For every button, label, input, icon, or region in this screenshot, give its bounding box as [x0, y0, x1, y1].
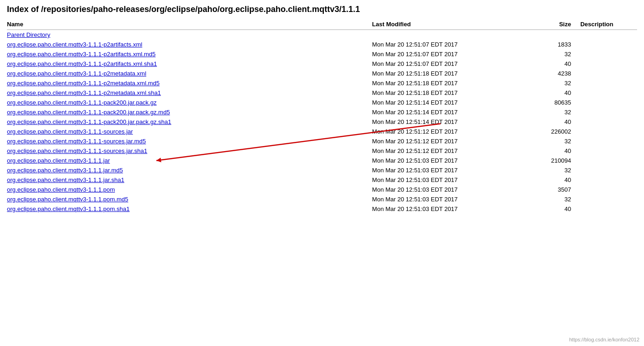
col-header-name: Name	[7, 20, 335, 30]
table-row: org.eclipse.paho.client.mqttv3-1.1.1-p2m…	[7, 69, 637, 78]
file-link[interactable]: org.eclipse.paho.client.mqttv3-1.1.1.jar…	[7, 176, 124, 183]
file-link[interactable]: org.eclipse.paho.client.mqttv3-1.1.1-p2a…	[7, 41, 142, 48]
table-row: org.eclipse.paho.client.mqttv3-1.1.1.pom…	[7, 194, 637, 204]
table-row: org.eclipse.paho.client.mqttv3-1.1.1-sou…	[7, 127, 637, 136]
file-link[interactable]: org.eclipse.paho.client.mqttv3-1.1.1-p2m…	[7, 89, 161, 96]
table-row: org.eclipse.paho.client.mqttv3-1.1.1.jar…	[7, 175, 637, 185]
table-row: org.eclipse.paho.client.mqttv3-1.1.1-sou…	[7, 146, 637, 156]
table-row: org.eclipse.paho.client.mqttv3-1.1.1-p2a…	[7, 40, 637, 49]
table-row: org.eclipse.paho.client.mqttv3-1.1.1-pac…	[7, 107, 637, 117]
file-link[interactable]: org.eclipse.paho.client.mqttv3-1.1.1.pom…	[7, 196, 128, 203]
table-row: org.eclipse.paho.client.mqttv3-1.1.1-pac…	[7, 98, 637, 107]
table-row: org.eclipse.paho.client.mqttv3-1.1.1-p2a…	[7, 59, 637, 69]
file-link[interactable]: org.eclipse.paho.client.mqttv3-1.1.1-pac…	[7, 99, 156, 106]
table-row: org.eclipse.paho.client.mqttv3-1.1.1-p2a…	[7, 49, 637, 59]
file-link[interactable]: org.eclipse.paho.client.mqttv3-1.1.1-sou…	[7, 147, 147, 154]
col-header-modified: Last Modified	[335, 20, 531, 30]
parent-directory-link[interactable]: Parent Directory	[7, 31, 50, 38]
table-row: org.eclipse.paho.client.mqttv3-1.1.1-sou…	[7, 136, 637, 146]
file-link[interactable]: org.eclipse.paho.client.mqttv3-1.1.1-p2a…	[7, 51, 155, 58]
file-link[interactable]: org.eclipse.paho.client.mqttv3-1.1.1-sou…	[7, 128, 133, 135]
table-row: org.eclipse.paho.client.mqttv3-1.1.1-pac…	[7, 117, 637, 127]
file-link[interactable]: org.eclipse.paho.client.mqttv3-1.1.1-p2a…	[7, 60, 157, 67]
table-row: org.eclipse.paho.client.mqttv3-1.1.1.jar…	[7, 156, 637, 165]
file-link[interactable]: org.eclipse.paho.client.mqttv3-1.1.1-p2m…	[7, 80, 160, 87]
table-row: org.eclipse.paho.client.mqttv3-1.1.1-p2m…	[7, 78, 637, 88]
page-title: Index of /repositories/paho-releases/org…	[7, 5, 637, 14]
file-link[interactable]: org.eclipse.paho.client.mqttv3-1.1.1.pom	[7, 186, 115, 193]
col-header-size: Size	[531, 20, 580, 30]
table-header-row: Name Last Modified Size Description	[7, 20, 637, 30]
table-row: org.eclipse.paho.client.mqttv3-1.1.1.jar…	[7, 165, 637, 175]
file-link[interactable]: org.eclipse.paho.client.mqttv3-1.1.1-pac…	[7, 109, 170, 116]
parent-directory-row: Parent Directory	[7, 30, 637, 40]
page-wrapper: Index of /repositories/paho-releases/org…	[7, 5, 637, 214]
table-row: org.eclipse.paho.client.mqttv3-1.1.1-p2m…	[7, 88, 637, 98]
file-link[interactable]: org.eclipse.paho.client.mqttv3-1.1.1-p2m…	[7, 70, 146, 77]
file-table: Name Last Modified Size Description Pare…	[7, 20, 637, 214]
file-link[interactable]: org.eclipse.paho.client.mqttv3-1.1.1-sou…	[7, 138, 146, 145]
file-link[interactable]: org.eclipse.paho.client.mqttv3-1.1.1.jar…	[7, 167, 123, 174]
file-link[interactable]: org.eclipse.paho.client.mqttv3-1.1.1.pom…	[7, 205, 130, 212]
table-row: org.eclipse.paho.client.mqttv3-1.1.1.pom…	[7, 204, 637, 214]
col-header-description: Description	[580, 20, 637, 30]
table-row: org.eclipse.paho.client.mqttv3-1.1.1.pom…	[7, 185, 637, 194]
file-link[interactable]: org.eclipse.paho.client.mqttv3-1.1.1.jar	[7, 157, 110, 164]
file-link[interactable]: org.eclipse.paho.client.mqttv3-1.1.1-pac…	[7, 118, 171, 125]
